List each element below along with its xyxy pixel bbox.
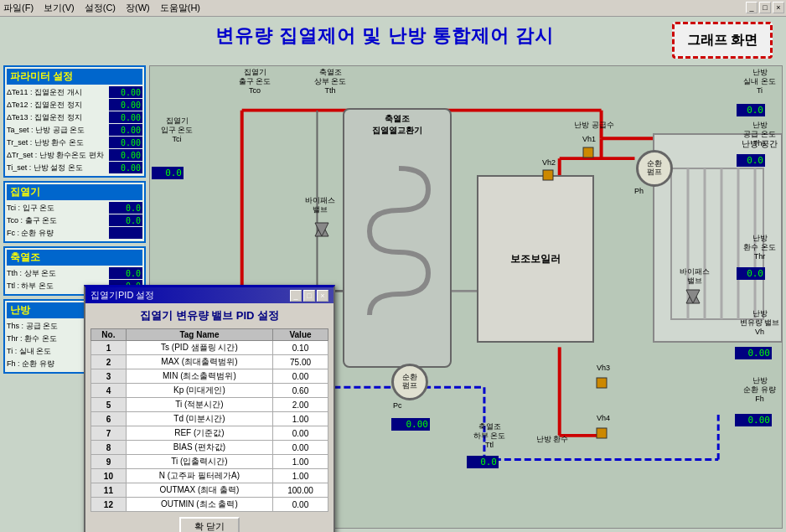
bypass-label-left: 바이패스밸브 <box>297 196 343 214</box>
menu-file[interactable]: 파일(F) <box>3 2 34 14</box>
vh3-valve[interactable] <box>595 376 608 391</box>
vh3-label: Vh3 <box>597 364 610 373</box>
pid-cell-value: 0.00 <box>273 498 328 512</box>
pid-dialog: 집열기PID 설정 _ □ × 집열기 변유량 밸브 PID 설정 No. Ta… <box>84 285 335 532</box>
pid-col-tag: Tag Name <box>126 329 272 341</box>
vh4-valve[interactable] <box>595 426 608 442</box>
heating-supply-label: 난방 공급수 <box>569 121 619 130</box>
chiller-row-3: Fc : 순환 유량 <box>7 227 142 239</box>
ttl-label: 축열조하부 온도Ttl <box>464 422 515 449</box>
param-row-4: Ta_set : 난방 공급 온도 0.00 <box>7 124 142 136</box>
pid-table-row: 2MAX (최대출력범위)75.00 <box>91 355 328 369</box>
param-row-5: Tr_set : 난방 환수 온도 0.00 <box>7 137 142 148</box>
pid-close-x-btn[interactable]: × <box>317 290 328 302</box>
thr-label: 난방환수 온도Thr <box>732 234 786 261</box>
boiler-box: 보조보일러 <box>477 175 594 343</box>
pid-table-row: 12OUTMIN (최소 출력)0.00 <box>91 498 328 512</box>
pid-cell-tag: Ti (적분시간) <box>126 398 272 412</box>
pid-cell-tag: Kp (미대게인) <box>126 384 272 398</box>
pid-cell-tag: Ts (PID 샘플링 시간) <box>126 341 272 355</box>
ths-label: 난방공급 온도Ths <box>732 121 786 147</box>
pid-dialog-title-text: 집열기PID 설정 <box>90 289 154 302</box>
bypass-valve-right[interactable] <box>685 288 701 307</box>
pump-pc-label: Pc <box>393 401 402 411</box>
pid-minimize-btn[interactable]: _ <box>290 290 302 302</box>
pid-tbody: 1Ts (PID 샘플링 시간)0.102MAX (최대출력범위)75.003M… <box>91 341 328 512</box>
pid-cell-value: 0.60 <box>273 384 328 398</box>
chiller-value-2[interactable]: 0.0 <box>109 214 142 226</box>
accum-value-1[interactable]: 0.0 <box>109 267 142 279</box>
pid-dialog-body: 집열기 변유량 밸브 PID 설정 No. Tag Name Value 1Ts… <box>85 303 334 532</box>
pid-maximize-btn[interactable]: □ <box>303 290 315 302</box>
ti-display[interactable]: 0.0 <box>737 104 765 116</box>
pid-cell-value: 0.00 <box>273 426 328 441</box>
param-value-6[interactable]: 0.00 <box>109 149 142 161</box>
fh-display[interactable]: 0.00 <box>735 414 772 426</box>
chiller-value-1[interactable]: 0.0 <box>109 202 142 214</box>
param-row-2: ΔTe12 : 집열운전 정지 0.00 <box>7 99 142 111</box>
pid-cell-value: 1.00 <box>273 455 328 469</box>
chiller-section: 집열기 Tci : 입구 온도 0.0 Tco : 출구 온도 0.0 Fc :… <box>3 181 146 243</box>
chiller-value-3[interactable] <box>109 227 142 239</box>
param-value-7[interactable]: 0.00 <box>109 162 142 173</box>
pid-cell-value: 2.00 <box>273 398 328 412</box>
minimize-btn[interactable]: _ <box>746 2 758 13</box>
pid-table-row: 3MIN (최소출력범위)0.00 <box>91 369 328 384</box>
param-label-3: ΔTe13 : 집열운전 정지 <box>7 112 107 123</box>
vh1-valve[interactable] <box>582 146 595 161</box>
pid-table-row: 6Td (미분시간)1.00 <box>91 412 328 426</box>
accum-label-1: Tth : 상부 온도 <box>7 268 107 279</box>
param-row-6: ΔTr_set : 난방 환수온도 편차 0.00 <box>7 149 142 161</box>
accum-row-1: Tth : 상부 온도 0.0 <box>7 267 142 279</box>
pid-close-button[interactable]: 확 닫기 <box>179 517 240 532</box>
pid-table-row: 11OUTMAX (최대 출력)100.00 <box>91 483 328 498</box>
pid-table: No. Tag Name Value 1Ts (PID 샘플링 시간)0.102… <box>90 328 328 512</box>
param-value-3[interactable]: 0.00 <box>109 111 142 123</box>
param-value-5[interactable]: 0.00 <box>109 137 142 148</box>
pid-cell-no: 9 <box>91 455 127 469</box>
ths-display[interactable]: 0.0 <box>737 154 765 167</box>
thr-display[interactable]: 0.0 <box>737 267 765 280</box>
pid-table-row: 10N (고주파 필터레가A)1.00 <box>91 469 328 483</box>
svg-rect-31 <box>583 147 593 158</box>
chiller-label-2: Tco : 출구 온도 <box>7 215 107 226</box>
pid-cell-tag: MIN (최소출력범위) <box>126 369 272 384</box>
param-row-3: ΔTe13 : 집열운전 정지 0.00 <box>7 111 142 123</box>
window-controls: _ □ × <box>746 2 784 13</box>
svg-rect-34 <box>597 428 607 438</box>
pid-table-row: 1Ts (PID 샘플링 시간)0.10 <box>91 341 328 355</box>
close-btn[interactable]: × <box>773 2 784 13</box>
chiller-row-2: Tco : 출구 온도 0.0 <box>7 214 142 226</box>
vh-display[interactable]: 0.00 <box>735 347 772 359</box>
pid-dialog-heading: 집열기 변유량 밸브 PID 설정 <box>90 308 328 323</box>
bypass-valve-left[interactable] <box>313 221 330 240</box>
ttl-display[interactable]: 0.0 <box>467 456 499 468</box>
graph-button[interactable]: 그래프 화면 <box>672 22 773 59</box>
menu-settings[interactable]: 설정(C) <box>85 2 116 14</box>
fh-label: 난방순환 유량Fh <box>732 376 786 403</box>
param-value-1[interactable]: 0.00 <box>109 86 142 98</box>
menu-view[interactable]: 보기(V) <box>44 2 75 14</box>
menu-window[interactable]: 장(W) <box>126 2 150 14</box>
param-row-7: Ti_set : 난방 설정 온도 0.00 <box>7 162 142 173</box>
pid-cell-value: 1.00 <box>273 469 328 483</box>
param-label-5: Tr_set : 난방 환수 온도 <box>7 137 107 148</box>
pid-cell-no: 4 <box>91 384 127 398</box>
vh1-label: Vh1 <box>582 135 596 144</box>
pid-cell-tag: MAX (최대출력범위) <box>126 355 272 369</box>
pid-cell-value: 0.10 <box>273 341 328 355</box>
pid-col-no: No. <box>91 329 127 341</box>
maximize-btn[interactable]: □ <box>759 2 771 13</box>
svg-rect-33 <box>597 378 607 388</box>
pid-cell-no: 3 <box>91 369 127 384</box>
tci-display[interactable]: 0.0 <box>152 167 184 179</box>
pid-cell-no: 12 <box>91 498 127 512</box>
vh2-valve[interactable] <box>541 168 555 183</box>
pc-display[interactable]: 0.00 <box>391 418 430 431</box>
param-label-2: ΔTe12 : 집열운전 정지 <box>7 100 107 111</box>
menu-help[interactable]: 도움말(H) <box>160 2 200 14</box>
svg-rect-32 <box>543 170 553 180</box>
param-value-4[interactable]: 0.00 <box>109 124 142 136</box>
param-value-2[interactable]: 0.00 <box>109 99 142 111</box>
pid-cell-no: 2 <box>91 355 127 369</box>
